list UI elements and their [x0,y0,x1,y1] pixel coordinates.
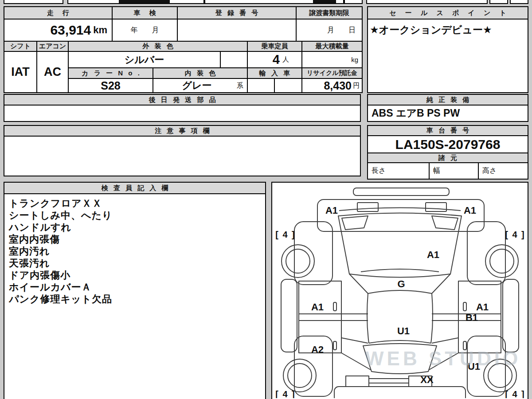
inspector-note-line: ホイールカバーＡ [9,281,92,293]
later-parts-header: 後 日 発 送 部 品 [4,95,360,105]
capacity-header: 乗車定員 [248,42,301,51]
inspector-note-line: シートしみ中、へたり [9,209,113,221]
main-spec-table: 走 行 車 検 登 録 番 号 譲渡書類期限 63,914 km 年 月 月 日… [4,6,363,93]
later-parts-value [4,106,360,121]
interior-color-header: 内 装 色 [153,68,247,78]
mileage-number: 63,914 [50,23,91,38]
auction-sheet: 走 行 車 検 登 録 番 号 譲渡書類期限 63,914 km 年 月 月 日… [0,0,532,399]
cutoff-cell [344,0,363,4]
tire-tread-front-left: [ 4 ] [275,230,296,239]
recycle-amount: 8,430 [324,79,352,92]
cutoff-cell [366,0,488,4]
interior-color-suffix: 系 [237,82,243,90]
capacity-value: 4 人 [248,52,301,67]
damage-mark-front-bumper-right: A1 [464,205,476,216]
recycle-deposit-value: 8,430 円 [302,79,362,92]
specs-header: 諸 元 [368,153,528,162]
car-outline [281,188,519,398]
spec-height: 高さ [479,163,528,179]
inspector-note-line: 天張汚れ [9,257,50,269]
aircon-value: AC [37,52,68,92]
import-value-cell2 [275,79,301,92]
color-no-header: カ ラ ー N o . [69,68,153,78]
cutoff-cell [489,0,508,4]
chassis-header: 車 台 番 号 [368,126,528,135]
inspector-box: 検 査 員 記 入 欄 トランクフロアＸＸ シートしみ中、へたり ハンドルすれ … [4,182,266,399]
recycle-unit: 円 [353,82,360,90]
damage-mark-rear-gate: XX [420,374,434,385]
chassis-value: LA150S-2079768 [368,136,528,153]
recycle-deposit-header: リサイクル預託金 [302,68,362,78]
mileage-unit: km [93,24,107,36]
later-parts-box: 後 日 発 送 部 品 [4,94,361,122]
mileage-value: 63,914 km [4,20,112,41]
transfer-deadline-value: 月 日 [297,20,362,41]
damage-mark-left-front-door: A1 [311,301,324,313]
exterior-color-header: 外 装 色 [69,42,247,51]
shaken-header: 車 検 [113,7,177,19]
cutoff-text-fragment [119,0,170,3]
cutoff-cell [510,0,528,4]
damage-mark-hood: A1 [427,249,439,260]
equipment-value: ABS エアB PS PW [368,106,528,121]
registration-value [178,20,296,41]
damage-mark-right-molding: B1 [466,312,478,323]
capacity-unit: 人 [282,55,289,64]
capacity-number: 4 [273,52,280,67]
damage-labels: A1 A1 A1 G A1 A1 B1 U1 A2 U1 XX [ 4 ] [ … [275,205,525,398]
inspector-note-line: ハンドルすれ [9,221,71,233]
inspector-note-line: 室内内張傷 [9,233,60,245]
damage-mark-left-rear-door: A2 [311,344,324,355]
damage-mark-right-front-door: A1 [476,301,489,313]
damage-mark-right-quarter: U1 [468,361,480,372]
caution-header: 注 意 事 項 欄 [4,126,360,136]
max-load-header: 最大積載量 [302,42,362,51]
sales-point-value: ★オークションデビュー★ [368,20,528,92]
tire-tread-front-right: [ 4 ] [505,230,525,239]
equipment-box: 純 正 装 備 ABS エアB PS PW [367,94,528,122]
damage-mark-front-bumper-left: A1 [325,205,338,216]
interior-color-value: グレー 系 [153,79,247,92]
exterior-color-value: シルバー [69,52,220,67]
max-load-value: kg [302,52,362,67]
cutoff-text-fragment [313,0,336,3]
color-no-value: S28 [69,79,153,92]
damage-mark-cowl: G [397,278,405,289]
aircon-header: エアコン [37,42,68,51]
car-damage-diagram: A1 A1 A1 G A1 A1 B1 U1 A2 U1 XX [ 4 ] [ … [271,182,528,399]
shift-header: シフト [4,42,36,51]
mileage-header: 走 行 [4,7,112,19]
import-value-cell [248,79,274,92]
spec-length: 長さ [368,163,429,179]
car-outline-svg: A1 A1 A1 G A1 A1 B1 U1 A2 U1 XX [ 4 ] [ … [272,183,528,398]
caution-value [4,137,360,176]
damage-mark-roof: U1 [397,325,410,336]
inspector-note-line: トランクフロアＸＸ [9,197,102,209]
registration-header: 登 録 番 号 [178,7,296,19]
inspector-note-line: 室内汚れ [9,245,50,257]
inspector-header: 検 査 員 記 入 欄 [4,183,265,193]
cutoff-cell [4,0,63,4]
shaken-value: 年 月 [113,20,177,41]
shift-value: IAT [4,52,36,92]
chassis-box: 車 台 番 号 LA150S-2079768 諸 元 長さ 幅 高さ [367,125,528,180]
equipment-header: 純 正 装 備 [368,95,528,105]
inspector-note-line: パンク修理キット欠品 [9,293,112,305]
import-header: 輸 入 車 [248,68,301,78]
inspector-notes: トランクフロアＸＸ シートしみ中、へたり ハンドルすれ 室内内張傷 室内汚れ 天… [4,194,265,399]
spec-width: 幅 [430,163,478,179]
tire-tread-rear-left: [ 4 ] [275,389,296,398]
sales-point-header: セ ー ル ス ポ イ ン ト [368,7,528,19]
transfer-deadline-header: 譲渡書類期限 [297,7,362,19]
inspector-note-line: ドア内張傷小 [9,269,70,281]
exterior-color-extra [221,52,247,67]
caution-box: 注 意 事 項 欄 [4,125,361,176]
interior-color-name: グレー [157,79,237,92]
tire-tread-rear-right: [ 4 ] [505,389,525,398]
sales-point-box: セ ー ル ス ポ イ ン ト ★オークションデビュー★ [367,6,528,93]
